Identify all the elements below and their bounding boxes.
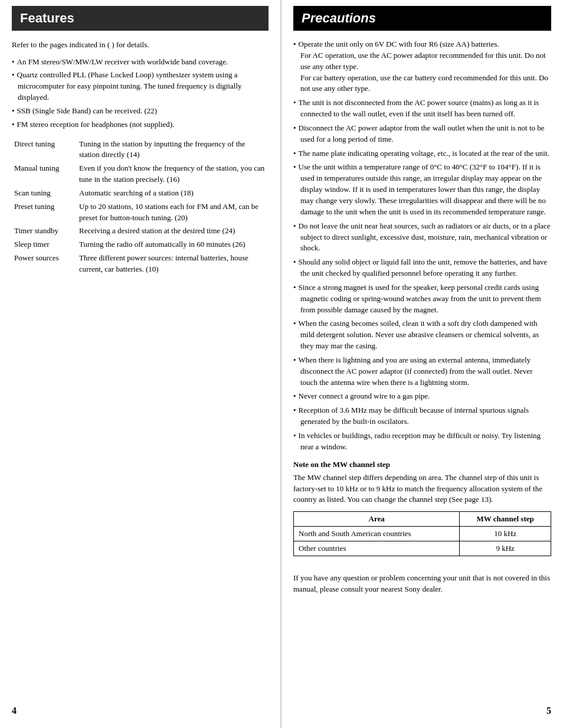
mw-table-header: MW channel step — [460, 512, 551, 527]
precaution-item: The unit is not disconnected from the AC… — [293, 97, 551, 120]
feature-term: Preset tuning — [12, 200, 77, 225]
mw-table-row: Other countries9 kHz — [294, 541, 551, 556]
precaution-item: Operate the unit only on 6V DC with four… — [293, 39, 551, 94]
bullet-fm-stereo: FM stereo reception for headphones (not … — [12, 119, 269, 130]
precaution-item: The name plate indicating operating volt… — [293, 148, 551, 159]
feature-row: Timer standbyReceiving a desired station… — [12, 224, 269, 238]
precaution-item: Use the unit within a temperature range … — [293, 162, 551, 217]
feature-row: Power sourcesThree different power sourc… — [12, 252, 269, 276]
precaution-item: Disconnect the AC power adaptor from the… — [293, 123, 551, 145]
mw-table-row: North and South American countries10 kHz — [294, 527, 551, 541]
precaution-item: When the casing becomes soiled, clean it… — [293, 318, 551, 352]
precaution-item: Reception of 3.6 MHz may be difficult be… — [293, 405, 551, 427]
mw-table-cell: Other countries — [294, 541, 460, 556]
feature-term: Direct tuning — [12, 138, 77, 162]
feature-row: Direct tuningTuning in the station by in… — [12, 138, 269, 162]
features-bullets: An FM stereo/SW/MW/LW receiver with worl… — [12, 57, 269, 130]
features-panel: Features Refer to the pages indicated in… — [0, 0, 282, 728]
feature-desc: Automatic searching of a station (18) — [77, 187, 269, 200]
feature-term: Power sources — [12, 252, 77, 276]
feature-desc: Up to 20 stations, 10 stations each for … — [77, 200, 269, 225]
feature-row: Manual tuningEven if you don't know the … — [12, 162, 269, 187]
mw-channel-table: AreaMW channel stepNorth and South Ameri… — [293, 511, 551, 556]
feature-desc: Turning the radio off automatically in 6… — [77, 238, 269, 252]
feature-desc: Even if you don't know the frequency of … — [77, 162, 269, 187]
intro-text: Refer to the pages indicated in ( ) for … — [12, 39, 269, 51]
feature-row: Scan tuningAutomatic searching of a stat… — [12, 187, 269, 200]
note-text: The MW channel step differs depending on… — [293, 472, 551, 506]
mw-table-header: Area — [294, 512, 460, 527]
bullet-quartz: Quartz controlled PLL (Phase Locked Loop… — [12, 70, 269, 103]
mw-table-cell: North and South American countries — [294, 527, 460, 541]
precaution-item: In vehicles or buildings, radio receptio… — [293, 430, 551, 453]
precautions-bullets: Operate the unit only on 6V DC with four… — [293, 39, 551, 453]
precaution-item: When there is lightning and you are usin… — [293, 355, 551, 389]
feature-term: Scan tuning — [12, 187, 77, 200]
note-heading: Note on the MW channel step — [293, 460, 551, 469]
feature-term: Manual tuning — [12, 162, 77, 187]
precautions-panel: Precautions Operate the unit only on 6V … — [282, 0, 563, 728]
footer-text: If you have any question or problem conc… — [293, 573, 551, 595]
precaution-item: Do not leave the unit near heat sources,… — [293, 221, 551, 254]
bullet-fm: An FM stereo/SW/MW/LW receiver with worl… — [12, 57, 269, 68]
feature-term: Timer standby — [12, 224, 77, 238]
bullet-ssb: SSB (Single Side Band) can be received. … — [12, 106, 269, 117]
feature-desc: Tuning in the station by inputting the f… — [77, 138, 269, 162]
feature-desc: Three different power sources: internal … — [77, 252, 269, 276]
features-header: Features — [12, 6, 269, 31]
page-number-left: 4 — [12, 706, 17, 716]
feature-definitions: Direct tuningTuning in the station by in… — [12, 138, 269, 276]
precaution-item: Should any solid object or liquid fall i… — [293, 257, 551, 279]
mw-table-cell: 9 kHz — [460, 541, 551, 556]
feature-row: Sleep timerTurning the radio off automat… — [12, 238, 269, 252]
feature-row: Preset tuningUp to 20 stations, 10 stati… — [12, 200, 269, 225]
page-number-right: 5 — [546, 706, 551, 716]
feature-desc: Receiving a desired station at the desir… — [77, 224, 269, 238]
precaution-item: Since a strong magnet is used for the sp… — [293, 282, 551, 316]
feature-term: Sleep timer — [12, 238, 77, 252]
mw-table-cell: 10 kHz — [460, 527, 551, 541]
precaution-item: Never connect a ground wire to a gas pip… — [293, 391, 551, 402]
precautions-header: Precautions — [293, 6, 551, 31]
